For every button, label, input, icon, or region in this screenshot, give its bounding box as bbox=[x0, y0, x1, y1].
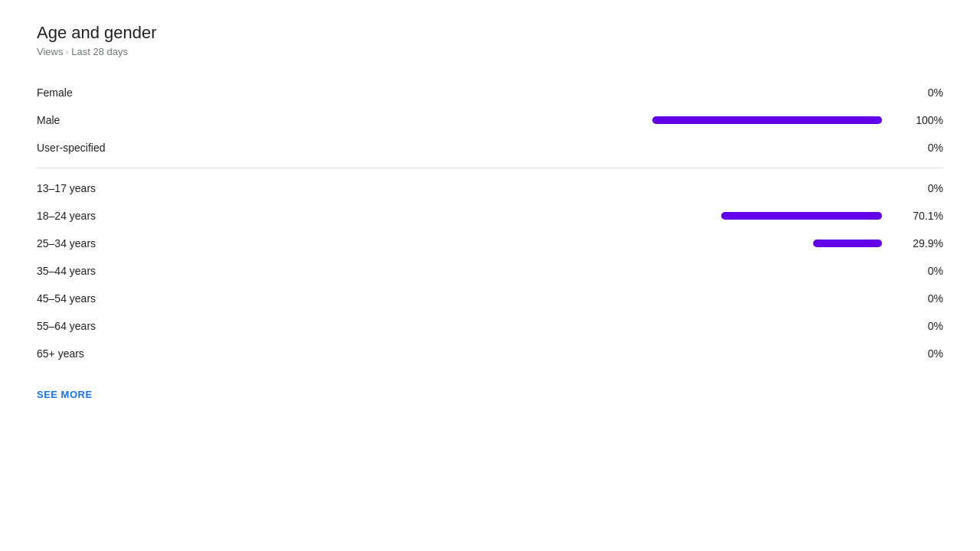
row-label: 65+ years bbox=[37, 347, 190, 360]
bar bbox=[721, 212, 882, 220]
table-row: 65+ years0% bbox=[37, 340, 943, 367]
bar bbox=[652, 116, 882, 124]
section-title: Age and gender bbox=[37, 23, 943, 43]
table-row: Female0% bbox=[37, 79, 943, 106]
row-value: 100% bbox=[897, 114, 943, 126]
row-label: 55–64 years bbox=[37, 320, 190, 332]
bar-container bbox=[190, 240, 897, 247]
table-row: 35–44 years0% bbox=[37, 257, 943, 285]
table-row: 13–17 years0% bbox=[37, 174, 943, 202]
row-label: 18–24 years bbox=[37, 210, 190, 222]
table-row: Male100% bbox=[37, 106, 943, 134]
row-value: 29.9% bbox=[897, 237, 943, 249]
table-row: User-specified0% bbox=[37, 134, 943, 161]
table-row: 25–34 years29.9% bbox=[37, 230, 943, 257]
table-row: 45–54 years0% bbox=[37, 285, 943, 312]
row-label: Male bbox=[37, 114, 190, 126]
row-value: 0% bbox=[897, 86, 943, 99]
row-label: Female bbox=[37, 86, 190, 99]
section-subtitle: Views · Last 28 days bbox=[37, 46, 943, 57]
section-divider bbox=[37, 168, 943, 168]
age-section: 13–17 years0%18–24 years70.1%25–34 years… bbox=[37, 174, 943, 367]
gender-section: Female0%Male100%User-specified0% bbox=[37, 79, 943, 161]
table-row: 55–64 years0% bbox=[37, 312, 943, 340]
row-value: 0% bbox=[897, 347, 943, 360]
row-value: 70.1% bbox=[897, 210, 943, 222]
bar-container bbox=[190, 212, 897, 220]
row-value: 0% bbox=[897, 320, 943, 332]
bar bbox=[813, 240, 882, 247]
row-label: 45–54 years bbox=[37, 292, 190, 305]
row-label: 25–34 years bbox=[37, 237, 190, 249]
row-value: 0% bbox=[897, 265, 943, 277]
row-value: 0% bbox=[897, 182, 943, 194]
table-row: 18–24 years70.1% bbox=[37, 202, 943, 230]
row-value: 0% bbox=[897, 142, 943, 154]
row-label: User-specified bbox=[37, 142, 190, 154]
row-label: 35–44 years bbox=[37, 265, 190, 277]
row-value: 0% bbox=[897, 292, 943, 305]
bar-container bbox=[190, 116, 897, 124]
see-more-button[interactable]: SEE MORE bbox=[37, 383, 93, 406]
row-label: 13–17 years bbox=[37, 182, 190, 194]
